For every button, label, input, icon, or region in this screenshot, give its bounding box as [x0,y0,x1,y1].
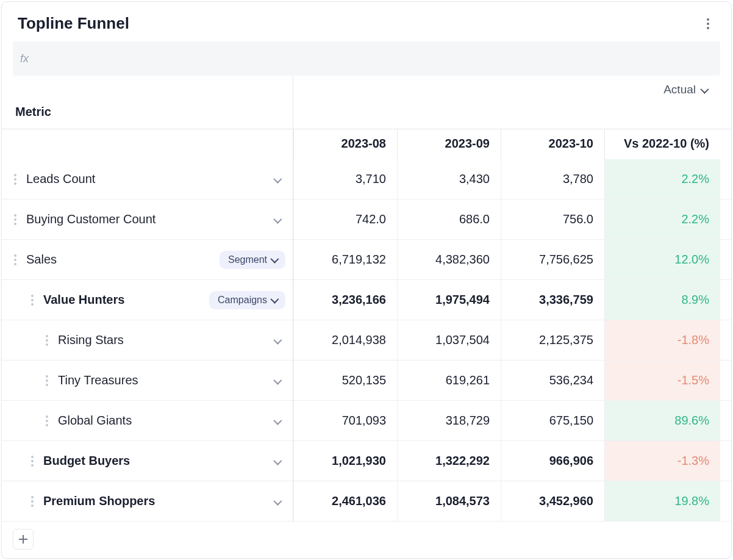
card-menu-button[interactable] [701,16,715,31]
metric-label: Sales [25,253,216,267]
value-cell[interactable]: 6,719,132 [293,240,397,279]
comparison-cell[interactable]: -1.5% [604,361,720,400]
metric-label: Budget Buyers [42,454,266,468]
value-cell[interactable]: 1,037,504 [397,320,501,360]
plus-icon [19,535,27,544]
drag-handle-icon[interactable] [41,415,53,426]
value-cell[interactable]: 619,261 [397,361,501,400]
metric-label: Leads Count [25,172,266,186]
drag-handle-icon[interactable] [9,254,21,265]
comparison-cell[interactable]: 12.0% [604,240,720,279]
metric-label: Buying Customer Count [25,212,266,226]
comparison-cell[interactable]: -1.8% [604,320,720,360]
report-card: Topline Funnel fx Metric Actual 2023-08 … [1,1,732,559]
table-header: Metric Actual [2,76,731,129]
segment-pill[interactable]: Segment [220,251,285,269]
value-cell[interactable]: 318,729 [397,401,501,440]
comparison-cell[interactable]: 19.8% [604,481,720,521]
metric-cell-leads[interactable]: Leads Count [2,159,293,199]
value-cell[interactable]: 3,336,759 [501,280,604,320]
comparison-cell[interactable]: 89.6% [604,401,720,440]
value-cell[interactable]: 2,125,375 [501,320,604,360]
expand-toggle[interactable] [270,373,284,388]
pill-label: Segment [228,254,267,265]
drag-handle-icon[interactable] [9,174,21,185]
value-cell[interactable]: 2,014,938 [293,320,397,360]
metric-cell-premium-shoppers[interactable]: Premium Shoppers [2,481,293,521]
value-cell[interactable]: 1,975,494 [397,280,501,320]
table-header-periods: 2023-08 2023-09 2023-10 Vs 2022-10 (%) [2,129,731,159]
expand-toggle[interactable] [270,172,284,187]
table-row: Global Giants701,093318,729675,15089.6% [2,401,731,441]
chevron-down-icon [271,295,277,306]
formula-bar[interactable]: fx [13,41,720,76]
card-header: Topline Funnel [2,2,731,41]
period-col-2[interactable]: 2023-09 [397,129,501,159]
chevron-down-icon [271,254,277,265]
drag-handle-icon[interactable] [26,456,38,467]
expand-toggle[interactable] [270,212,284,227]
comparison-col[interactable]: Vs 2022-10 (%) [604,129,720,159]
drag-handle-icon[interactable] [41,335,53,346]
chevron-down-icon [274,414,280,428]
comparison-cell[interactable]: -1.3% [604,441,720,481]
chevron-down-icon [274,454,280,468]
drag-handle-icon[interactable] [26,295,38,306]
value-cell[interactable]: 742.0 [293,199,397,239]
table-row: Leads Count3,7103,4303,7802.2% [2,159,731,199]
value-cell[interactable]: 4,382,360 [397,240,501,279]
scenario-label: Actual [663,83,696,96]
metric-cell-rising-stars[interactable]: Rising Stars [2,320,293,360]
comparison-cell[interactable]: 2.2% [604,159,720,199]
value-cell[interactable]: 7,756,625 [501,240,604,279]
chevron-down-icon [274,333,280,347]
value-cell[interactable]: 3,430 [397,159,501,199]
table-row: Buying Customer Count742.0686.0756.02.2% [2,199,731,240]
value-cell[interactable]: 675,150 [501,401,604,440]
value-cell[interactable]: 3,780 [501,159,604,199]
value-cell[interactable]: 701,093 [293,401,397,440]
table-row: Tiny Treasures520,135619,261536,234-1.5% [2,361,731,401]
drag-handle-icon[interactable] [26,496,38,507]
metric-cell-value-hunters[interactable]: Value HuntersCampaigns [2,280,293,320]
period-col-1[interactable]: 2023-08 [293,129,397,159]
period-col-3[interactable]: 2023-10 [501,129,604,159]
report-title: Topline Funnel [18,14,129,33]
value-cell[interactable]: 1,322,292 [397,441,501,481]
actual-scenario-selector[interactable]: Actual [293,76,720,99]
metric-cell-tiny-treasures[interactable]: Tiny Treasures [2,361,293,400]
chevron-down-icon [274,172,280,186]
metric-cell-buying-customers[interactable]: Buying Customer Count [2,199,293,239]
value-cell[interactable]: 1,021,930 [293,441,397,481]
value-cell[interactable]: 3,236,166 [293,280,397,320]
expand-toggle[interactable] [270,494,284,509]
value-cell[interactable]: 1,084,573 [397,481,501,521]
value-cell[interactable]: 3,452,960 [501,481,604,521]
comparison-cell[interactable]: 2.2% [604,199,720,239]
expand-toggle[interactable] [270,333,284,348]
value-cell[interactable]: 966,906 [501,441,604,481]
expand-toggle[interactable] [270,414,284,428]
metric-cell-sales[interactable]: SalesSegment [2,240,293,279]
expand-toggle[interactable] [270,454,284,468]
metric-cell-budget-buyers[interactable]: Budget Buyers [2,441,293,481]
value-cell[interactable]: 686.0 [397,199,501,239]
drag-handle-icon[interactable] [9,214,21,225]
add-row-button[interactable] [13,529,34,550]
table-body: Leads Count3,7103,4303,7802.2%Buying Cus… [2,159,731,522]
pill-label: Campaigns [218,295,267,306]
campaigns-pill[interactable]: Campaigns [209,291,285,309]
value-cell[interactable]: 520,135 [293,361,397,400]
comparison-cell[interactable]: 8.9% [604,280,720,320]
value-cell[interactable]: 2,461,036 [293,481,397,521]
value-cell[interactable]: 3,710 [293,159,397,199]
metric-label: Premium Shoppers [42,494,266,508]
metric-column-header: Metric [2,76,293,129]
metric-label: Tiny Treasures [57,373,266,387]
value-cell[interactable]: 536,234 [501,361,604,400]
table-row: Budget Buyers1,021,9301,322,292966,906-1… [2,441,731,481]
metric-cell-global-giants[interactable]: Global Giants [2,401,293,440]
table-row: Premium Shoppers2,461,0361,084,5733,452,… [2,481,731,522]
value-cell[interactable]: 756.0 [501,199,604,239]
drag-handle-icon[interactable] [41,375,53,386]
